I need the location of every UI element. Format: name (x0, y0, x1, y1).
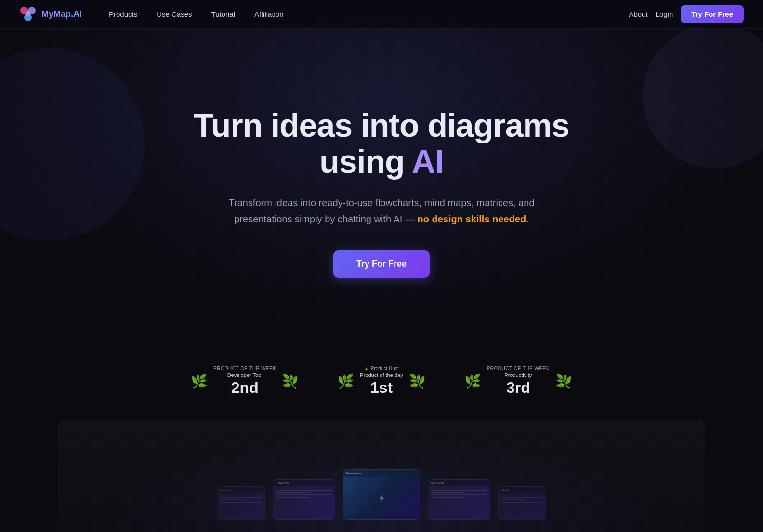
hero-subtitle-end: . (526, 214, 529, 224)
hero-title: Turn ideas into diagrams using AI (184, 107, 579, 180)
thumb-card-4: Mind Map (428, 479, 490, 520)
hero-subtitle: Transform ideas into ready-to-use flowch… (213, 195, 550, 227)
thumb-line (220, 502, 262, 503)
nav-about[interactable]: About (629, 10, 647, 18)
thumb-card-1: Document (217, 486, 265, 520)
thumb-line (276, 492, 310, 493)
wreath-right-icon: 🌿 (282, 375, 299, 388)
navbar: MyMap.AI Products Use Cases Tutorial Aff… (0, 0, 763, 29)
award-rank-3: 3rd (487, 379, 550, 397)
thumb-line (431, 490, 487, 491)
thumb-line (431, 492, 465, 493)
award-product-day: 🌿 ▲ Product Hunt Product of the day 1st … (337, 366, 425, 397)
thumb-header-1: Document (217, 487, 264, 494)
wreath-right-icon-3: 🌿 (555, 375, 572, 388)
thumb-body-4 (428, 487, 490, 519)
hero-title-ai: AI (412, 143, 444, 180)
showcase-section: Document Flowchart (58, 421, 705, 532)
award-inner-2: ▲ Product Hunt Product of the day 1st (360, 366, 403, 397)
thumb-card-3: Presentation ✦ (343, 469, 420, 520)
hero-content: Turn ideas into diagrams using AI Transf… (165, 69, 598, 298)
hero-subtitle-highlight: no design skills needed (418, 214, 526, 224)
award-wreath-3: 🌿 Product Of The Week Productivity 3rd 🌿 (464, 366, 572, 397)
nav-try-button[interactable]: Try For Free (681, 5, 744, 23)
award-inner-1: Product Of The Week Developer Tool 2nd (213, 366, 276, 397)
thumb-line (276, 497, 310, 498)
deco-circle-left (0, 48, 145, 241)
wreath-left-icon-2: 🌿 (337, 375, 354, 388)
nav-login[interactable]: Login (656, 10, 673, 18)
award-rank-1: 2nd (213, 379, 276, 397)
showcase-icon: ✦ (378, 493, 386, 504)
thumb-inner-3: Presentation ✦ (343, 470, 420, 519)
award-wreath-1: 🌿 Product Of The Week Developer Tool 2nd… (191, 366, 299, 397)
thumb-inner-4: Mind Map (428, 480, 490, 519)
award-wreath-2: 🌿 ▲ Product Hunt Product of the day 1st … (337, 366, 425, 397)
thumb-line (431, 494, 487, 495)
product-hunt-icon: ▲ (364, 366, 369, 371)
hero-section: Turn ideas into diagrams using AI Transf… (0, 0, 763, 337)
thumb-line (276, 494, 332, 495)
award-subcategory-1: Developer Tool (213, 372, 276, 378)
thumb-card-5: Matrix (498, 486, 546, 520)
award-category-3: Product Of The Week (487, 366, 550, 371)
product-hunt-label: ▲ Product Hunt (360, 366, 403, 371)
thumb-line (501, 499, 526, 500)
thumb-card-2: Flowchart (273, 479, 335, 520)
deco-circle-right (643, 24, 763, 169)
awards-section: 🌿 Product Of The Week Developer Tool 2nd… (0, 337, 763, 421)
award-subcategory-3: Productivity (487, 372, 550, 378)
nav-affiliation[interactable]: Affiliation (247, 6, 291, 22)
thumb-inner-1: Document (217, 487, 264, 519)
award-rank-2: 1st (360, 379, 403, 397)
thumb-body-5 (499, 494, 546, 519)
thumb-body-2 (273, 487, 335, 519)
wreath-right-icon-2: 🌿 (409, 375, 426, 388)
thumb-line (220, 499, 245, 500)
hero-subtitle-middle: simply by chatting with AI — (292, 214, 417, 224)
logo[interactable]: MyMap.AI (19, 6, 82, 23)
hero-title-start: Turn ideas into diagrams using (194, 107, 569, 180)
thumb-line (220, 497, 262, 498)
award-productivity: 🌿 Product Of The Week Productivity 3rd 🌿 (464, 366, 572, 397)
wreath-left-icon: 🌿 (191, 375, 208, 388)
thumb-header-4: Mind Map (428, 480, 490, 487)
svg-point-3 (26, 11, 30, 16)
nav-links: Products Use Cases Tutorial Affiliation (101, 6, 629, 22)
logo-text: MyMap.AI (41, 9, 82, 19)
thumb-line (276, 490, 332, 491)
thumb-inner-5: Matrix (499, 487, 546, 519)
award-developer-tool: 🌿 Product Of The Week Developer Tool 2nd… (191, 366, 299, 397)
nav-products[interactable]: Products (101, 6, 145, 22)
product-hunt-text: Product Hunt (371, 366, 399, 371)
award-inner-3: Product Of The Week Productivity 3rd (487, 366, 550, 397)
thumb-body-1 (217, 494, 264, 519)
thumb-header-2: Flowchart (273, 480, 335, 487)
award-category-1: Product Of The Week (213, 366, 276, 371)
showcase-thumbnails: Document Flowchart (78, 441, 685, 520)
nav-use-cases[interactable]: Use Cases (149, 6, 199, 22)
thumb-inner-2: Flowchart (273, 480, 335, 519)
hero-cta-button[interactable]: Try For Free (333, 250, 430, 278)
thumb-line (501, 497, 543, 498)
wreath-left-icon-3: 🌿 (464, 375, 481, 388)
thumb-line (501, 502, 543, 503)
thumb-header-3: Presentation (343, 470, 420, 477)
nav-tutorial[interactable]: Tutorial (204, 6, 243, 22)
award-subcategory-2: Product of the day (360, 372, 403, 378)
nav-right: About Login Try For Free (629, 5, 744, 23)
thumb-line (431, 497, 465, 498)
thumb-header-5: Matrix (499, 487, 546, 494)
